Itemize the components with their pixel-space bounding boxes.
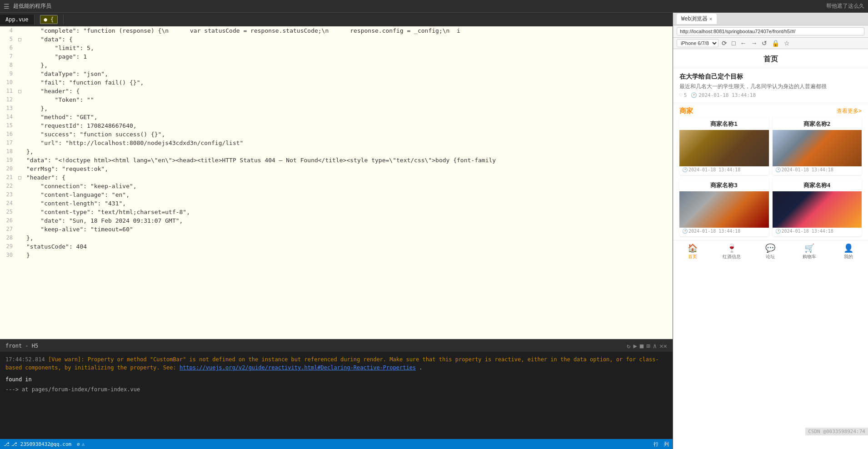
- top-bar: ☰ 超低能的程序员 帮他遮了这么久: [0, 0, 868, 13]
- nav-item-论坛[interactable]: 💬 论坛: [751, 240, 790, 263]
- forward-btn[interactable]: →: [749, 39, 758, 47]
- code-line: 9 "dataType": "json",: [0, 70, 673, 78]
- bottom-nav: 🏠 首页 🍷 红酒信息 💬 论坛 🛒 购物车 👤 我的: [673, 240, 868, 263]
- error-icon: ⊘ ⚠: [77, 441, 85, 447]
- line-number: 12: [0, 95, 18, 104]
- nav-item-我的[interactable]: 👤 我的: [829, 240, 868, 263]
- nav-label: 论坛: [766, 254, 775, 260]
- line-fold[interactable]: □: [18, 87, 25, 95]
- line-fold[interactable]: □: [18, 35, 25, 44]
- nav-icon: 👤: [843, 243, 853, 253]
- line-content: "method": "GET",: [25, 113, 673, 121]
- app-title: 超低能的程序员: [13, 2, 51, 10]
- nav-label: 红酒信息: [723, 254, 741, 260]
- bookmark-btn[interactable]: ☆: [783, 39, 791, 47]
- lock-btn[interactable]: 🔒: [770, 39, 781, 47]
- line-content: "header": {: [25, 87, 673, 95]
- code-line: 5□ "data": {: [0, 35, 673, 44]
- line-content: },: [25, 104, 673, 113]
- play-terminal-icon[interactable]: ▶: [633, 342, 637, 349]
- code-line: 25 "content-type": "text/html;charset=ut…: [0, 208, 673, 216]
- line-content: "fail": "function fail() {}",: [25, 78, 673, 87]
- line-content: "data": "<!doctype html><html lang=\"en\…: [25, 156, 673, 165]
- menu-icon[interactable]: ☰: [4, 3, 10, 10]
- line-content: "header": {: [25, 173, 673, 182]
- merchant-time: 🕐2024-01-18 13:44:18: [773, 228, 862, 236]
- line-number: 6: [0, 44, 18, 52]
- line-number: 8: [0, 61, 18, 70]
- line-number: 25: [0, 208, 18, 216]
- status-right: 行 列: [653, 441, 669, 448]
- editor-tab-appvue[interactable]: App.vue: [0, 15, 35, 25]
- line-number: 18: [0, 147, 18, 156]
- back-btn[interactable]: ←: [738, 39, 748, 47]
- code-line: 27 "keep-alive": "timeout=60": [0, 225, 673, 234]
- browser-address-bar: [673, 25, 868, 38]
- nav-item-购物车[interactable]: 🛒 购物车: [790, 240, 829, 263]
- rotate-btn[interactable]: ⟳: [720, 39, 728, 47]
- editor-panel: App.vue ● { 4 "complete": "function (res…: [0, 13, 673, 449]
- merchant-card[interactable]: 商家名称1🕐2024-01-18 13:44:18: [679, 117, 769, 175]
- line-content: "connection": "keep-alive",: [25, 182, 673, 190]
- line-content: "complete": "function (response) {\n var…: [25, 26, 673, 35]
- nav-icon: 🛒: [804, 243, 814, 253]
- screenshot-btn[interactable]: □: [730, 39, 737, 47]
- line-number: 4: [0, 26, 18, 35]
- terminal-body: 17:44:52.814 [Vue warn]: Property or met…: [0, 352, 673, 439]
- merchant-name: 商家名称2: [773, 117, 862, 130]
- stop-terminal-icon[interactable]: ■: [640, 342, 644, 349]
- line-number: 23: [0, 190, 18, 199]
- line-content: "Token": "": [25, 95, 673, 104]
- line-number: 16: [0, 130, 18, 139]
- found-in-line: found in: [5, 375, 667, 384]
- code-line: 11□ "header": {: [0, 87, 673, 95]
- browser-tab-bar: Web浏览器 ✕: [673, 13, 868, 25]
- merchant-time: 🕐2024-01-18 13:44:18: [679, 166, 769, 175]
- browser-tab-close[interactable]: ✕: [709, 16, 713, 22]
- article-card[interactable]: 在大学给自己定个目标 最近和几名大一的学生聊天，几名同学认为身边的人普遍都很 ♡…: [673, 68, 868, 103]
- line-number: 7: [0, 52, 18, 61]
- device-select[interactable]: iPhone 6/7/8: [677, 39, 718, 47]
- status-bar: ⎇ ⎇ 2350938432@qq.com ⊘ ⚠ 行 列: [0, 439, 673, 449]
- code-line: 4 "complete": "function (response) {\n v…: [0, 26, 673, 35]
- watermark: CSDN @0033598924:74: [805, 428, 868, 435]
- reload-btn[interactable]: ↺: [760, 39, 768, 47]
- merchant-image: [773, 130, 862, 166]
- split-terminal-icon[interactable]: ⊞: [646, 342, 650, 349]
- merchant-card[interactable]: 商家名称3🕐2024-01-18 13:44:18: [679, 179, 769, 236]
- nav-item-首页[interactable]: 🏠 首页: [673, 240, 712, 263]
- terminal-link[interactable]: https://vuejs.org/v2/guide/reactivity.ht…: [180, 364, 416, 371]
- line-content: "date": "Sun, 18 Feb 2024 09:31:07 GMT",: [25, 216, 673, 225]
- line-content: "dataType": "json",: [25, 70, 673, 78]
- line-fold[interactable]: □: [18, 173, 25, 182]
- merchant-time: 🕐2024-01-18 13:44:18: [773, 166, 862, 175]
- nav-item-红酒信息[interactable]: 🍷 红酒信息: [712, 240, 751, 263]
- merchants-section-header: 商家 查看更多>: [673, 103, 868, 117]
- code-area: 4 "complete": "function (response) {\n v…: [0, 26, 673, 339]
- code-line: 30}: [0, 251, 673, 259]
- close-terminal-icon[interactable]: ✕✕: [659, 342, 667, 349]
- top-bar-right: 帮他遮了这么久: [826, 2, 864, 10]
- merchant-image: [679, 191, 769, 228]
- terminal-icons: ↻ ▶ ■ ⊞ ∧ ✕✕: [627, 342, 667, 349]
- browser-url-input[interactable]: [677, 27, 864, 35]
- code-line: 19"data": "<!doctype html><html lang=\"e…: [0, 156, 673, 165]
- main-content: App.vue ● { 4 "complete": "function (res…: [0, 13, 868, 449]
- clock-icon: 🕐: [691, 92, 697, 98]
- merchants-more[interactable]: 查看更多>: [837, 107, 862, 115]
- line-number: 11: [0, 87, 18, 95]
- code-line: 26 "date": "Sun, 18 Feb 2024 09:31:07 GM…: [0, 216, 673, 225]
- page-title: 首页: [763, 55, 778, 63]
- line-number: 9: [0, 70, 18, 78]
- expand-terminal-icon[interactable]: ∧: [653, 342, 657, 349]
- editor-tab-code[interactable]: ● {: [35, 15, 64, 25]
- refresh-terminal-icon[interactable]: ↻: [627, 342, 630, 349]
- merchant-card[interactable]: 商家名称2🕐2024-01-18 13:44:18: [773, 117, 862, 175]
- merchant-card[interactable]: 商家名称4🕐2024-01-18 13:44:18: [773, 179, 862, 236]
- code-line: 14 "method": "GET",: [0, 113, 673, 121]
- terminal-title: front - H5: [5, 343, 38, 349]
- line-number: 10: [0, 78, 18, 87]
- line-number: 20: [0, 165, 18, 173]
- browser-tab[interactable]: Web浏览器 ✕: [677, 14, 717, 24]
- line-number: 19: [0, 156, 18, 165]
